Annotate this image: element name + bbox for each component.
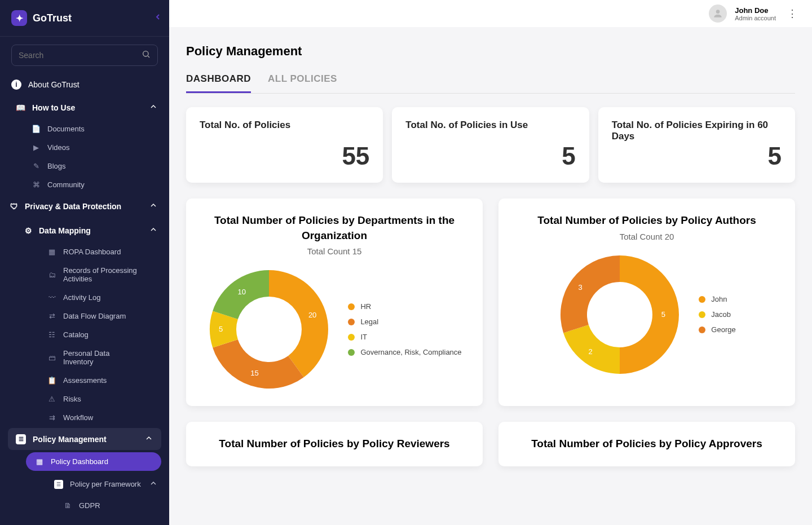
donut-value-label: 10 (237, 288, 245, 296)
stat-value: 55 (342, 142, 369, 170)
nav-data-mapping-label: Data Mapping (39, 226, 91, 235)
nav-item-catalog[interactable]: ☷Catalog (0, 325, 169, 344)
workflow-icon: ⇉ (47, 413, 56, 422)
kebab-menu[interactable]: ⋮ (784, 4, 801, 23)
chart-title: Total Number of Policies by Departments … (201, 213, 468, 243)
nav-policy-mgmt-label: Policy Management (33, 435, 107, 444)
user-name: John Doe (735, 6, 776, 15)
nav-item-risks[interactable]: ⚠Risks (0, 390, 169, 408)
legend-item: HR (348, 302, 461, 311)
svg-point-0 (143, 51, 148, 56)
stat-label: Total No. of Policies (200, 120, 369, 131)
stat-card-total: Total No. of Policies 55 (186, 107, 383, 183)
chart-legend: HRLegalITGovernance, Risk, Compliance (348, 302, 461, 356)
legend-dot (348, 319, 355, 325)
nav-item-videos[interactable]: ▶Videos (0, 138, 169, 157)
framework-icon: ☰ (54, 480, 63, 489)
nav-privacy-label: Privacy & Data Protection (25, 202, 121, 211)
stat-label: Total No. of Policies in Use (405, 120, 575, 131)
sidebar: ✦ GoTrust i About GoTrust 📖 How to Use 📄… (0, 0, 169, 525)
activity-icon: 〰 (47, 293, 56, 302)
nav-about-label: About GoTrust (28, 80, 80, 89)
chart-title: Total Number of Policies by Policy Revie… (201, 436, 468, 452)
legend-item: George (699, 325, 735, 334)
blog-icon: ✎ (32, 162, 41, 170)
mapping-icon: ⚙ (25, 226, 32, 235)
legend-item: IT (348, 333, 461, 341)
content: Policy Management DASHBOARD ALL POLICIES… (169, 27, 812, 525)
legend-label: John (711, 295, 727, 303)
avatar[interactable] (709, 5, 727, 23)
tabs: DASHBOARD ALL POLICIES (186, 73, 795, 94)
legend-dot (348, 349, 355, 356)
nav-item-activity-log[interactable]: 〰Activity Log (0, 288, 169, 307)
nav-item-records[interactable]: 🗂Records of Processing Activities (0, 261, 169, 288)
document-icon: 📄 (32, 125, 41, 133)
topbar: John Doe Admin account ⋮ (169, 0, 812, 27)
nav-item-policy-dashboard[interactable]: ▦Policy Dashboard (26, 452, 161, 471)
search-box[interactable] (11, 45, 158, 66)
chart-subtitle: Total Count 20 (513, 232, 780, 241)
chevron-up-icon (149, 201, 158, 211)
charts-row-2: Total Number of Policies by Policy Revie… (186, 422, 795, 466)
donut-value-label: 2 (588, 347, 592, 356)
nav-policy-framework-label: Policy per Framework (70, 480, 141, 488)
info-icon: i (11, 80, 21, 90)
nav-item-dataflow[interactable]: ⇄Data Flow Diagram (0, 307, 169, 325)
chart-title: Total Number of Policies by Policy Autho… (513, 213, 780, 228)
stat-card-in-use: Total No. of Policies in Use 5 (392, 107, 589, 183)
chart-departments: Total Number of Policies by Departments … (186, 198, 483, 406)
search-container (0, 37, 169, 74)
stat-value: 5 (562, 142, 575, 170)
nav-item-inventory[interactable]: 🗃Personal Data Inventory (0, 344, 169, 371)
nav-item-documents[interactable]: 📄Documents (0, 120, 169, 138)
collapse-sidebar-button[interactable] (153, 12, 162, 24)
chart-title: Total Number of Policies by Policy Appro… (513, 436, 780, 452)
nav-item-workflow[interactable]: ⇉Workflow (0, 408, 169, 427)
user-role: Admin account (735, 15, 776, 21)
legend-dot (699, 296, 705, 303)
nav-about[interactable]: i About GoTrust (0, 74, 169, 95)
nav-how-to-use[interactable]: 📖 How to Use (0, 95, 169, 120)
chart-body: 523 JohnJacobGeorge (513, 253, 780, 377)
nav-item-community[interactable]: ⌘Community (0, 175, 169, 194)
legend-dot (699, 311, 705, 318)
flow-icon: ⇄ (47, 312, 56, 320)
dashboard-icon: ▦ (47, 248, 56, 256)
nav-policy-mgmt[interactable]: ☰ Policy Management (8, 428, 161, 450)
nav-policy-framework[interactable]: ☰ Policy per Framework (0, 472, 169, 496)
stats-row: Total No. of Policies 55 Total No. of Po… (186, 107, 795, 183)
donut-value-label: 15 (250, 369, 258, 377)
nav-item-ropa[interactable]: ▦ROPA Dashboard (0, 242, 169, 261)
chart-authors: Total Number of Policies by Policy Autho… (498, 198, 795, 406)
policy-icon: ☰ (16, 434, 26, 444)
stat-label: Total No. of Policies Expiring in 60 Day… (612, 120, 782, 142)
donut-value-label: 20 (308, 311, 316, 319)
nav-item-assessments[interactable]: 📋Assessments (0, 371, 169, 390)
donut-value-label: 5 (661, 310, 665, 319)
stat-value: 5 (768, 142, 782, 170)
gdpr-icon: 🗎 (63, 501, 72, 510)
nav-item-blogs[interactable]: ✎Blogs (0, 157, 169, 175)
catalog-icon: ☷ (47, 330, 56, 339)
legend-item: Jacob (699, 310, 735, 319)
svg-line-1 (148, 56, 149, 58)
tab-all-policies[interactable]: ALL POLICIES (268, 73, 337, 93)
chevron-up-icon (144, 434, 153, 444)
charts-row-1: Total Number of Policies by Departments … (186, 198, 795, 406)
chart-reviewers: Total Number of Policies by Policy Revie… (186, 422, 483, 466)
nav-item-gdpr[interactable]: 🗎GDPR (0, 496, 169, 515)
records-icon: 🗂 (47, 271, 56, 279)
legend-dot (699, 327, 705, 333)
legend-label: Governance, Risk, Compliance (360, 348, 461, 356)
inventory-icon: 🗃 (47, 354, 56, 362)
search-input[interactable] (19, 51, 142, 60)
svg-point-2 (716, 10, 720, 14)
chevron-up-icon (149, 225, 158, 236)
chart-approvers: Total Number of Policies by Policy Appro… (498, 422, 795, 466)
nav-data-mapping[interactable]: ⚙ Data Mapping (0, 218, 169, 242)
tab-dashboard[interactable]: DASHBOARD (186, 73, 251, 93)
nav-privacy-section[interactable]: 🛡 Privacy & Data Protection (0, 194, 169, 218)
clipboard-icon: 📋 (47, 376, 56, 385)
chart-subtitle: Total Count 15 (201, 246, 468, 256)
